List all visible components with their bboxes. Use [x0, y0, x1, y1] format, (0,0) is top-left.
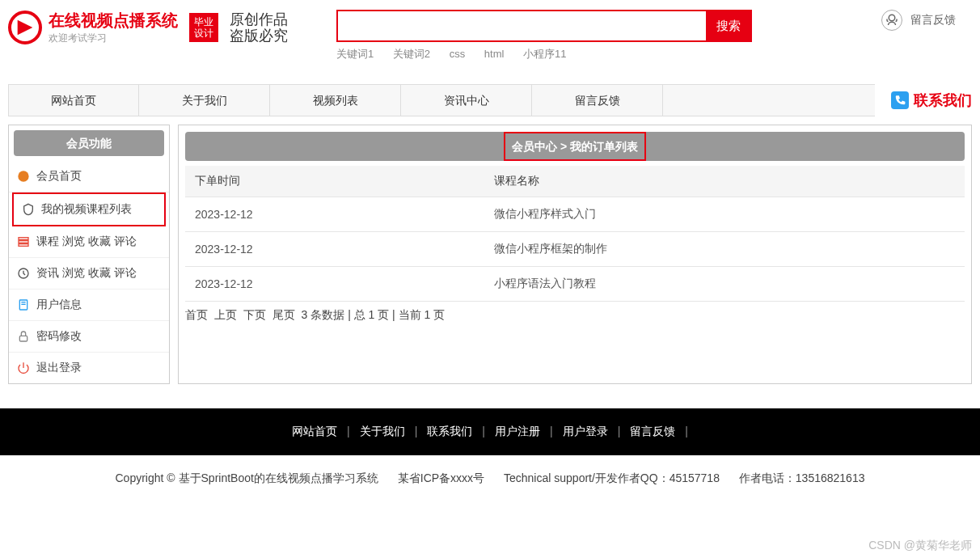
contact-us[interactable]: 联系我们	[891, 91, 972, 110]
footer-link[interactable]: 网站首页	[287, 425, 342, 438]
nav-item-about[interactable]: 关于我们	[139, 85, 270, 116]
breadcrumb: 会员中心 > 我的订单列表	[185, 132, 965, 161]
svg-point-1	[18, 171, 28, 181]
cell-name: 小程序语法入门教程	[484, 267, 965, 302]
sidebar-item-label: 我的视频课程列表	[41, 202, 132, 217]
feedback-label: 留言反馈	[910, 13, 956, 27]
pager-last[interactable]: 尾页	[272, 308, 295, 321]
headset-icon	[881, 10, 902, 31]
sidebar-item-label: 退出登录	[36, 361, 82, 375]
svg-rect-9	[19, 336, 27, 341]
breadcrumb-sep: >	[560, 140, 567, 153]
footer-link[interactable]: 用户登录	[558, 425, 613, 438]
logo-block: 在线视频点播系统 欢迎考试学习 毕业 设计 原创作品 盗版必究	[8, 10, 288, 45]
lock-icon	[17, 330, 30, 343]
col-name: 课程名称	[484, 166, 965, 197]
keyword-link[interactable]: 关键词2	[393, 48, 430, 60]
sidebar-item-label: 课程 浏览 收藏 评论	[36, 235, 137, 249]
icp: 某省ICP备xxxx号	[398, 471, 484, 484]
footer-nav: 网站首页|关于我们|联系我们|用户注册|用户登录|留言反馈|	[0, 408, 980, 455]
footer-link[interactable]: 留言反馈	[625, 425, 680, 438]
sidebar-item-label: 用户信息	[36, 298, 82, 312]
list-icon	[17, 235, 30, 248]
sidebar-item-6[interactable]: 退出登录	[9, 353, 169, 383]
sidebar-item-label: 会员首页	[36, 169, 82, 184]
separator: |	[410, 425, 423, 438]
sidebar-item-label: 密码修改	[36, 329, 82, 344]
copyright-text: Copyright © 基于SprintBoot的在线视频点播学习系统	[116, 471, 378, 484]
footer-link[interactable]: 关于我们	[355, 425, 410, 438]
sidebar-item-4[interactable]: 用户信息	[9, 290, 169, 321]
main-nav: 网站首页 关于我们 视频列表 资讯中心 留言反馈	[8, 84, 875, 116]
badge: 毕业 设计	[189, 13, 218, 42]
table-row: 2023-12-12小程序语法入门教程	[185, 267, 965, 302]
brush-text: 原创作品 盗版必究	[230, 11, 288, 44]
separator: |	[545, 425, 558, 438]
brush-line: 盗版必究	[230, 27, 288, 44]
breadcrumb-center[interactable]: 会员中心	[512, 140, 557, 153]
separator: |	[680, 425, 693, 438]
phone-icon	[891, 91, 909, 109]
logo-icon	[8, 11, 42, 44]
clock-icon	[17, 267, 30, 280]
sidebar-item-label: 资讯 浏览 收藏 评论	[36, 266, 137, 281]
power-icon	[17, 361, 30, 374]
sidebar-item-0[interactable]: 会员首页	[9, 161, 169, 192]
keyword-link[interactable]: 小程序11	[523, 48, 566, 60]
author-phone: 作者电话：13516821613	[739, 471, 865, 484]
nav-item-videos[interactable]: 视频列表	[270, 85, 401, 116]
header: 在线视频点播系统 欢迎考试学习 毕业 设计 原创作品 盗版必究 搜索 关键词1 …	[0, 0, 980, 61]
nav-item-feedback[interactable]: 留言反馈	[532, 85, 663, 116]
sidebar: 会员功能 会员首页我的视频课程列表课程 浏览 收藏 评论资讯 浏览 收藏 评论用…	[8, 125, 170, 384]
pager-prev[interactable]: 上页	[214, 308, 237, 321]
breadcrumb-page: 我的订单列表	[570, 140, 638, 153]
body-wrap: 会员功能 会员首页我的视频课程列表课程 浏览 收藏 评论资讯 浏览 收藏 评论用…	[0, 116, 980, 392]
pager-next[interactable]: 下页	[243, 308, 266, 321]
svg-rect-3	[19, 241, 28, 243]
nav-wrap: 网站首页 关于我们 视频列表 资讯中心 留言反馈 联系我们	[0, 84, 980, 116]
tech-support: Technical support/开发作者QQ：45157718	[504, 471, 720, 484]
search-button[interactable]: 搜索	[706, 11, 750, 40]
sidebar-title: 会员功能	[14, 130, 164, 156]
svg-point-0	[889, 15, 895, 21]
separator: |	[613, 425, 626, 438]
sidebar-item-3[interactable]: 资讯 浏览 收藏 评论	[9, 258, 169, 290]
feedback-link[interactable]: 留言反馈	[881, 10, 956, 31]
shield-icon	[22, 203, 35, 216]
footer-link[interactable]: 用户注册	[490, 425, 545, 438]
keyword-link[interactable]: css	[450, 48, 466, 60]
home-icon	[17, 170, 30, 183]
svg-rect-4	[19, 244, 28, 247]
search-area: 搜索 关键词1 关键词2 css html 小程序11	[336, 10, 752, 61]
contact-label: 联系我们	[914, 91, 972, 110]
user-icon	[17, 298, 30, 311]
pager-first[interactable]: 首页	[185, 308, 208, 321]
separator: |	[342, 425, 355, 438]
site-title: 在线视频点播系统	[49, 10, 178, 32]
keywords: 关键词1 关键词2 css html 小程序11	[336, 47, 752, 61]
separator: |	[477, 425, 490, 438]
keyword-link[interactable]: 关键词1	[336, 48, 374, 60]
nav-item-home[interactable]: 网站首页	[8, 85, 139, 116]
cell-time: 2023-12-12	[185, 232, 484, 267]
cell-time: 2023-12-12	[185, 267, 484, 302]
sidebar-item-2[interactable]: 课程 浏览 收藏 评论	[9, 226, 169, 258]
search-input[interactable]	[338, 11, 706, 40]
nav-item-news[interactable]: 资讯中心	[401, 85, 532, 116]
main-panel: 会员中心 > 我的订单列表 下单时间 课程名称 2023-12-12微信小程序样…	[178, 125, 972, 384]
site-subtitle: 欢迎考试学习	[49, 32, 178, 45]
col-time: 下单时间	[185, 166, 484, 197]
brush-line: 原创作品	[230, 11, 288, 27]
keyword-link[interactable]: html	[484, 48, 505, 60]
cell-time: 2023-12-12	[185, 197, 484, 232]
sidebar-item-5[interactable]: 密码修改	[9, 321, 169, 353]
sidebar-item-1[interactable]: 我的视频课程列表	[12, 192, 166, 226]
pager: 首页 上页 下页 尾页 3 条数据 | 总 1 页 | 当前 1 页	[185, 302, 965, 329]
pager-info: 3 条数据 | 总 1 页 | 当前 1 页	[302, 308, 446, 321]
cell-name: 微信小程序框架的制作	[484, 232, 965, 267]
copyright: Copyright © 基于SprintBoot的在线视频点播学习系统 某省IC…	[0, 455, 980, 502]
footer-link[interactable]: 联系我们	[422, 425, 477, 438]
badge-line: 毕业	[194, 16, 213, 27]
cell-name: 微信小程序样式入门	[484, 197, 965, 232]
table-row: 2023-12-12微信小程序样式入门	[185, 197, 965, 232]
